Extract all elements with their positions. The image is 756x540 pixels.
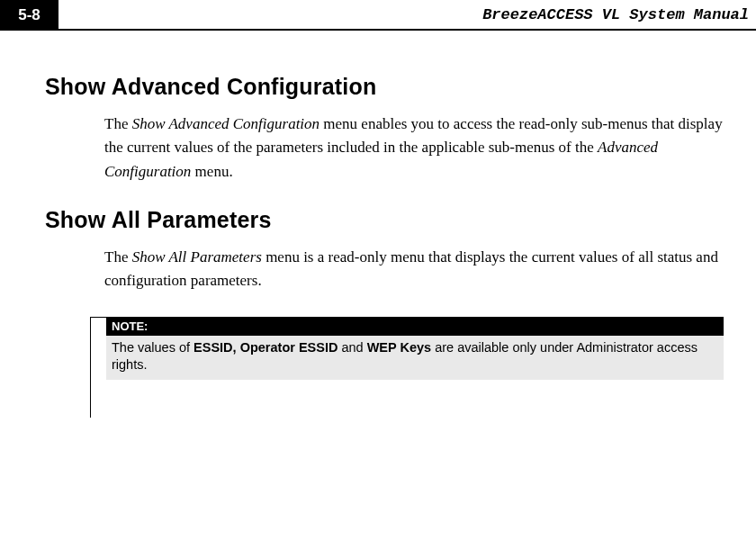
note-body: The values of ESSID, Operator ESSID and … (106, 336, 724, 380)
text-fragment: The (104, 115, 132, 132)
text-fragment: The (104, 248, 132, 266)
paragraph-show-all-parameters: The Show All Parameters menu is a read-o… (104, 246, 724, 293)
text-fragment: menu. (191, 163, 232, 180)
note-block: NOTE: The values of ESSID, Operator ESSI… (90, 317, 724, 380)
text-fragment: The values of (112, 340, 194, 355)
heading-show-advanced-configuration: Show Advanced Configuration (45, 74, 724, 100)
paragraph-show-advanced-configuration: The Show Advanced Configuration menu ena… (104, 112, 724, 184)
heading-show-all-parameters: Show All Parameters (45, 207, 724, 233)
page-header: 5-8 BreezeACCESS VL System Manual (0, 0, 756, 31)
note-label: NOTE: (106, 318, 724, 336)
bold-text: ESSID, Operator ESSID (194, 340, 338, 355)
page-content: Show Advanced Configuration The Show Adv… (0, 31, 756, 380)
document-title: BreezeACCESS VL System Manual (58, 0, 756, 31)
note-side-rule (90, 317, 91, 418)
bold-text: WEP Keys (367, 340, 431, 355)
page-number: 5-8 (0, 0, 58, 31)
emphasis-text: Show Advanced Configuration (132, 115, 320, 132)
text-fragment: and (338, 340, 366, 355)
emphasis-text: Show All Parameters (132, 248, 262, 266)
